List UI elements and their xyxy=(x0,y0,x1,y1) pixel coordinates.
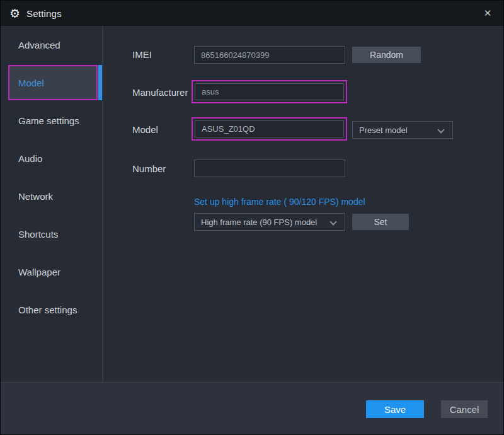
manufacturer-label: Manufacturer xyxy=(132,87,188,98)
cancel-button[interactable]: Cancel xyxy=(441,400,488,418)
sidebar-item-label[interactable]: Model xyxy=(8,65,98,100)
sidebar-item-model[interactable]: Model xyxy=(1,64,102,102)
selected-accent-bar xyxy=(98,65,102,100)
set-button[interactable]: Set xyxy=(352,214,409,230)
title-bar: ⚙ Settings ✕ xyxy=(1,1,503,26)
close-icon[interactable]: ✕ xyxy=(479,6,496,21)
sidebar-item-shortcuts[interactable]: Shortcuts xyxy=(1,215,102,253)
manufacturer-highlight-box xyxy=(192,80,347,103)
model-settings-panel: IMEI Random Manufacturer Model Preset mo… xyxy=(105,26,503,382)
sidebar-item-audio[interactable]: Audio xyxy=(1,139,102,177)
model-input[interactable] xyxy=(195,120,344,137)
sidebar-item-label[interactable]: Shortcuts xyxy=(1,215,102,253)
footer-bar: Save Cancel xyxy=(1,382,503,434)
imei-label: IMEI xyxy=(132,49,152,60)
high-frame-rate-dropdown[interactable]: High frame rate (90 FPS) model xyxy=(194,213,345,231)
sidebar-item-game-settings[interactable]: Game settings xyxy=(1,102,102,139)
model-highlight-box xyxy=(192,117,347,141)
manufacturer-input[interactable] xyxy=(195,83,344,100)
settings-window: ⚙ Settings ✕ Advanced Model Game setting… xyxy=(0,0,504,435)
sidebar-item-network[interactable]: Network xyxy=(1,177,102,215)
gear-icon: ⚙ xyxy=(9,8,20,20)
number-label: Number xyxy=(132,163,166,174)
window-title: Settings xyxy=(26,8,62,19)
preset-model-dropdown[interactable]: Preset model xyxy=(352,121,453,139)
sidebar-item-label[interactable]: Audio xyxy=(1,139,102,177)
sidebar-item-label[interactable]: Network xyxy=(1,177,102,215)
chevron-down-icon xyxy=(329,218,336,225)
imei-input[interactable] xyxy=(194,46,345,64)
chevron-down-icon xyxy=(437,126,444,133)
sidebar-item-label[interactable]: Other settings xyxy=(1,291,102,328)
sidebar-item-other-settings[interactable]: Other settings xyxy=(1,291,102,328)
sidebar-item-advanced[interactable]: Advanced xyxy=(1,26,102,64)
save-button[interactable]: Save xyxy=(366,400,424,418)
high-frame-rate-dropdown-value: High frame rate (90 FPS) model xyxy=(201,218,317,227)
sidebar-item-wallpaper[interactable]: Wallpaper xyxy=(1,253,102,291)
number-input[interactable] xyxy=(194,160,345,177)
sidebar-item-label[interactable]: Wallpaper xyxy=(1,253,102,291)
model-label: Model xyxy=(132,124,158,135)
high-frame-rate-link[interactable]: Set up high frame rate ( 90/120 FPS) mod… xyxy=(194,197,365,207)
sidebar-item-label[interactable]: Advanced xyxy=(1,26,102,64)
sidebar-item-label[interactable]: Game settings xyxy=(1,102,102,139)
random-button[interactable]: Random xyxy=(352,47,421,63)
preset-model-dropdown-value: Preset model xyxy=(359,125,408,135)
sidebar: Advanced Model Game settings Audio Netwo… xyxy=(1,26,103,382)
